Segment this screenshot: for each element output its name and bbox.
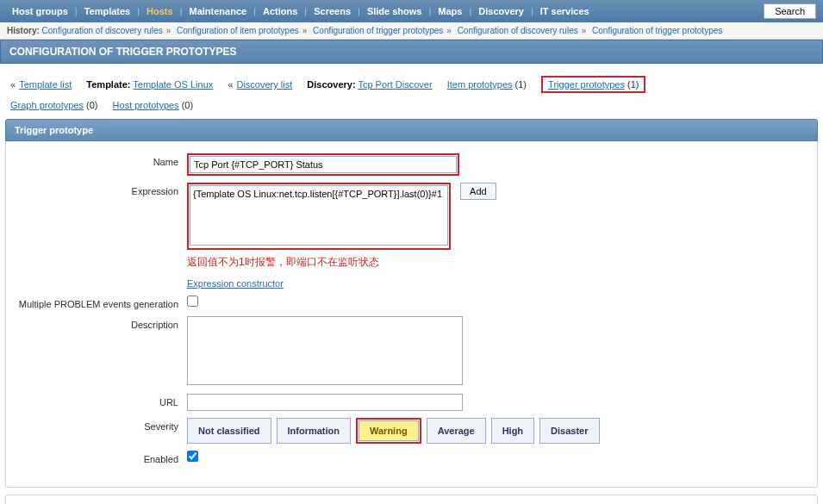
crumb-graph-count: (0) (86, 100, 97, 110)
expression-constructor-link[interactable]: Expression constructor (187, 278, 284, 289)
crumb-item-count: (1) (515, 79, 527, 90)
history-link[interactable]: Configuration of item prototypes (177, 26, 299, 35)
history-link[interactable]: Configuration of trigger prototypes (592, 26, 722, 35)
nav-actions[interactable]: Actions (258, 4, 302, 18)
nav-it-services[interactable]: IT services (535, 4, 595, 18)
history-link[interactable]: Configuration of trigger prototypes (313, 26, 443, 35)
multiple-problem-checkbox[interactable] (187, 296, 198, 307)
multiple-problem-label: Multiple PROBLEM events generation (15, 296, 187, 309)
nav-maps[interactable]: Maps (433, 4, 467, 18)
section-header: Trigger prototype (5, 119, 818, 141)
annotation-text: 返回值不为1时报警，即端口不在监听状态 (187, 255, 496, 270)
breadcrumb: «Template list Template: Template OS Lin… (0, 64, 823, 119)
severity-average[interactable]: Average (427, 418, 486, 444)
crumb-discovery-name[interactable]: Tcp Port Discover (358, 79, 432, 90)
crumb-discovery-list[interactable]: Discovery list (236, 79, 292, 90)
crumb-template-label: Template: (86, 79, 130, 90)
url-input[interactable] (187, 394, 463, 411)
history-bar: History: Configuration of discovery rule… (0, 22, 823, 40)
top-nav: Host groups| Templates| Hosts| Maintenan… (0, 0, 823, 22)
crumb-trig-count: (1) (627, 79, 639, 90)
crumb-graph-proto[interactable]: Graph prototypes (10, 100, 84, 110)
severity-high[interactable]: High (491, 418, 534, 444)
expression-textarea[interactable] (190, 185, 448, 246)
crumb-host-count: (0) (182, 100, 193, 110)
nav-sep: | (73, 6, 79, 16)
add-button[interactable]: Add (460, 183, 496, 200)
history-link[interactable]: Configuration of discovery rules (458, 26, 578, 35)
crumb-template-name[interactable]: Template OS Linux (133, 79, 213, 90)
crumb-trigger-proto[interactable]: Trigger prototypes (548, 79, 625, 90)
crumb-template-list[interactable]: Template list (19, 79, 72, 90)
crumb-item-proto[interactable]: Item prototypes (447, 79, 513, 90)
description-textarea[interactable] (187, 316, 463, 385)
enabled-checkbox[interactable] (187, 451, 198, 462)
description-label: Description (15, 316, 187, 330)
crumb-host-proto[interactable]: Host prototypes (113, 100, 179, 110)
enabled-label: Enabled (15, 451, 187, 464)
nav-hosts[interactable]: Hosts (141, 4, 178, 18)
search-button[interactable]: Search (764, 3, 816, 19)
severity-not-classified[interactable]: Not classified (187, 418, 271, 444)
severity-warning[interactable]: Warning (359, 420, 419, 441)
nav-templates[interactable]: Templates (79, 4, 136, 18)
name-input[interactable] (190, 156, 457, 173)
nav-maintenance[interactable]: Maintenance (184, 4, 253, 18)
nav-host-groups[interactable]: Host groups (7, 4, 73, 18)
nav-slide-shows[interactable]: Slide shows (362, 4, 427, 18)
form: Name Expression Add 返回值不为1时报警，即端口不在监听状态 … (5, 141, 818, 488)
severity-information[interactable]: Information (277, 418, 352, 444)
nav-screens[interactable]: Screens (309, 4, 356, 18)
expression-label: Expression (15, 183, 187, 196)
action-bar: Save Clone Delete Cancel (5, 495, 818, 504)
severity-label: Severity (15, 418, 187, 432)
name-label: Name (15, 153, 187, 167)
crumb-trigger-proto-box: Trigger prototypes (1) (541, 76, 645, 93)
severity-disaster[interactable]: Disaster (539, 418, 599, 444)
severity-group: Not classified Information Warning Avera… (187, 418, 600, 444)
history-label: History: (7, 26, 40, 35)
history-link[interactable]: Configuration of discovery rules (42, 26, 163, 35)
nav-discovery[interactable]: Discovery (473, 4, 529, 18)
crumb-discovery-label: Discovery: (307, 79, 355, 90)
page-title: CONFIGURATION OF TRIGGER PROTOTYPES (0, 40, 823, 64)
url-label: URL (15, 394, 187, 408)
